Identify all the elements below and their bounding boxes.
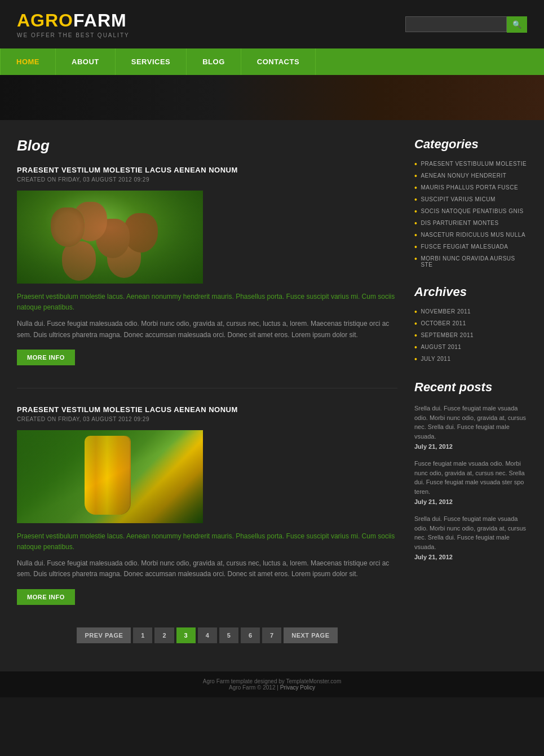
category-item[interactable]: NASCETUR RIDICULUS MUS NULLA (414, 232, 527, 239)
blog-post-1: PRAESENT VESTILUM MOLESTIE LACUS AENEAN … (17, 166, 397, 365)
recent-post-2-text: Fusce feugiat male vsuada odio. Morbi nu… (414, 459, 527, 496)
logo-farm: FARM (73, 10, 127, 30)
recent-post-1-text: Srella dui. Fusce feugiat male vsuada od… (414, 404, 527, 441)
category-item[interactable]: FUSCE FEUGIAT MALESUADA (414, 244, 527, 251)
recent-posts-heading: Recent posts (414, 380, 527, 395)
recent-post-2: Fusce feugiat male vsuada odio. Morbi nu… (414, 459, 527, 505)
recent-post-3-text: Srella dui. Fusce feugiat male vsuada od… (414, 514, 527, 551)
main-wrapper: Blog PRAESENT VESTILUM MOLESTIE LACUS AE… (0, 120, 544, 671)
nav-services[interactable]: SERVICES (116, 48, 187, 75)
pagination: PREV PAGE 1 2 3 4 5 6 7 NEXT PAGE (17, 627, 397, 643)
category-item[interactable]: MAURIS PHALLUS PORTA FUSCE (414, 184, 527, 192)
categories-heading: Categories (414, 137, 527, 152)
nav-home[interactable]: HOME (0, 48, 56, 75)
archive-item[interactable]: SEPTEMBER 2011 (414, 332, 527, 339)
post-1-image (17, 191, 203, 284)
page-6-button[interactable]: 6 (241, 627, 260, 643)
post-2-image (17, 430, 203, 523)
category-item[interactable]: SUSCIPIT VARIUS MICUM (414, 196, 527, 204)
recent-post-3: Srella dui. Fusce feugiat male vsuada od… (414, 514, 527, 560)
logo-agro: AGRO (17, 10, 73, 30)
category-item[interactable]: PRAESENT VESTIBULUM MOLESTIE (414, 161, 527, 168)
page-2-button[interactable]: 2 (154, 627, 174, 643)
privacy-policy-link[interactable]: Privacy Policy (280, 684, 315, 691)
post-1-body: Nulla dui. Fusce feugiat malesuada odio.… (17, 319, 397, 340)
sidebar: Categories PRAESENT VESTIBULUM MOLESTIE … (414, 137, 527, 655)
post-1-summary: Praesent vestibulum molestie lacus. Aene… (17, 291, 397, 313)
post-1-meta: CREATED ON FRIDAY, 03 AUGUST 2012 09:29 (17, 176, 397, 183)
post-1-title: PRAESENT VESTILUM MOLESTIE LACUS AENEAN … (17, 166, 397, 174)
header: AGROFARM WE OFFER THE BEST QUALITY 🔍 (0, 0, 544, 48)
recent-post-2-date: July 21, 2012 (414, 498, 527, 505)
footer: Agro Farm template designed by TemplateM… (0, 671, 544, 697)
categories-list: PRAESENT VESTIBULUM MOLESTIE AENEAN NONU… (414, 161, 527, 268)
logo-tagline: WE OFFER THE BEST QUALITY (17, 32, 130, 38)
post-1-more-info-button[interactable]: MORE INFO (17, 350, 75, 365)
logo-text: AGROFARM (17, 10, 130, 31)
recent-post-1: Srella dui. Fusce feugiat male vsuada od… (414, 404, 527, 450)
recent-posts-section: Recent posts Srella dui. Fusce feugiat m… (414, 380, 527, 560)
nav-blog[interactable]: BLOG (187, 48, 241, 75)
hero-background (0, 75, 544, 120)
category-item[interactable]: DIS PARTURIENT MONTES (414, 220, 527, 227)
recent-post-1-date: July 21, 2012 (414, 443, 527, 450)
search-input[interactable] (405, 16, 507, 32)
page-4-button[interactable]: 4 (198, 627, 217, 643)
archives-section: Archives NOVEMBER 2011 OCTOBER 2011 SEPT… (414, 285, 527, 363)
archive-item[interactable]: OCTOBER 2011 (414, 320, 527, 328)
footer-copyright: Agro Farm © 2012 | Privacy Policy (7, 684, 537, 691)
nav-contacts[interactable]: CONTACTS (241, 48, 316, 75)
page-7-button[interactable]: 7 (262, 627, 281, 643)
post-2-body: Nulla dui. Fusce feugiat malesuada odio.… (17, 558, 397, 580)
page-3-button[interactable]: 3 (176, 627, 196, 643)
page-5-button[interactable]: 5 (219, 627, 238, 643)
blog-heading: Blog (17, 137, 397, 154)
post-divider (17, 388, 397, 388)
search-bar: 🔍 (405, 16, 527, 33)
nav: HOME ABOUT SERVICES BLOG CONTACTS (0, 48, 544, 75)
content-area: Blog PRAESENT VESTILUM MOLESTIE LACUS AE… (17, 137, 397, 655)
logo: AGROFARM WE OFFER THE BEST QUALITY (17, 10, 130, 38)
archive-item[interactable]: JULY 2011 (414, 356, 527, 363)
strawberry-image (17, 191, 203, 284)
archive-item[interactable]: NOVEMBER 2011 (414, 308, 527, 316)
page-1-button[interactable]: 1 (133, 627, 152, 643)
post-2-summary: Praesent vestibulum molestie lacus. Aene… (17, 531, 397, 552)
post-2-meta: CREATED ON FRIDAY, 03 AUGUST 2012 09:29 (17, 416, 397, 422)
next-page-button[interactable]: NEXT PAGE (284, 627, 337, 643)
archive-item[interactable]: AUGUST 2011 (414, 344, 527, 351)
search-button[interactable]: 🔍 (507, 16, 527, 33)
nav-about[interactable]: ABOUT (56, 48, 116, 75)
post-2-more-info-button[interactable]: MORE INFO (17, 589, 75, 605)
categories-section: Categories PRAESENT VESTIBULUM MOLESTIE … (414, 137, 527, 268)
post-2-title: PRAESENT VESTILUM MOLESTIE LACUS AENEAN … (17, 405, 397, 414)
blog-post-2: PRAESENT VESTILUM MOLESTIE LACUS AENEAN … (17, 405, 397, 605)
archives-list: NOVEMBER 2011 OCTOBER 2011 SEPTEMBER 201… (414, 308, 527, 363)
prev-page-button[interactable]: PREV PAGE (77, 627, 131, 643)
archives-heading: Archives (414, 285, 527, 299)
footer-template-text: Agro Farm template designed by TemplateM… (7, 678, 537, 684)
category-item[interactable]: SOCIS NATOQUE PENATIBUS GNIS (414, 208, 527, 215)
category-item[interactable]: AENEAN NONUY HENDRERIT (414, 173, 527, 180)
corn-image (17, 430, 203, 523)
category-item[interactable]: MORBI NUNC ORAVIDA AURSUS STE (414, 255, 527, 268)
recent-post-3-date: July 21, 2012 (414, 554, 527, 560)
